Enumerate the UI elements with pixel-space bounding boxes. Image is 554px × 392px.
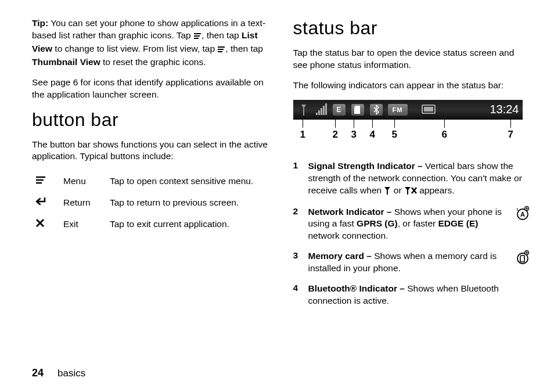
list-item: 3 Memory card – Shows when a memory card…	[293, 250, 531, 275]
fm-icon: FM	[387, 102, 408, 117]
svg-text:A: A	[520, 211, 525, 218]
list-item: 1 Signal Strength Indicator – Vertical b…	[293, 160, 531, 198]
page-footer: 24basics	[32, 367, 85, 379]
edge-icon: E	[332, 102, 347, 117]
page-number: 24	[32, 367, 44, 379]
signal-icon	[297, 102, 312, 117]
tip-paragraph: Tip: You can set your phone to show appl…	[32, 17, 270, 69]
table-row: Exit Tap to exit current application.	[35, 214, 261, 236]
status-bar-heading: status bar	[293, 17, 531, 39]
button-name: Menu	[63, 171, 110, 192]
tip-label: Tip:	[32, 18, 48, 28]
thumbnail-view-label: Thumbnail View	[32, 57, 100, 67]
right-column: status bar Tap the status bar to open th…	[293, 17, 531, 315]
menu-icon	[35, 176, 46, 186]
no-signal-x-icon	[404, 186, 417, 198]
close-icon	[35, 220, 45, 229]
button-desc: Tap to open context sensitive menu.	[110, 171, 261, 192]
button-desc: Tap to return to previous screen.	[110, 192, 261, 214]
list-item: 2 Network Indicator – Shows when your ph…	[293, 206, 531, 243]
status-bar-intro: Tap the status bar to open the device st…	[293, 47, 531, 71]
memory-card-icon	[350, 102, 365, 117]
return-icon	[35, 197, 47, 207]
active-connection-icon: A	[515, 206, 531, 243]
table-row: Return Tap to return to previous screen.	[35, 192, 261, 214]
button-desc: Tap to exit current application.	[110, 214, 261, 236]
status-bar-mock: E FM 13:24	[293, 100, 523, 120]
no-signal-icon	[384, 186, 391, 198]
list-item: 4 Bluetooth® Indicator – Shows when Blue…	[293, 283, 531, 307]
display-icon	[420, 102, 437, 117]
table-row: Menu Tap to open context sensitive menu.	[35, 171, 261, 192]
status-bar-lead: The following indicators can appear in t…	[293, 80, 531, 92]
left-column: Tip: You can set your phone to show appl…	[32, 17, 270, 315]
status-bar-figure: E FM 13:24 1 2 3 4 5 6 7	[293, 100, 523, 150]
memory-card-add-icon	[515, 250, 531, 275]
see-page-paragraph: See page 6 for icons that identify appli…	[32, 77, 270, 101]
button-name: Return	[63, 192, 110, 214]
section-name: basics	[57, 368, 85, 379]
menu-icon	[217, 44, 225, 56]
indicator-list: 1 Signal Strength Indicator – Vertical b…	[293, 160, 531, 307]
button-bar-heading: button bar	[32, 109, 270, 131]
button-bar-intro: The button bar shows functions you can s…	[32, 139, 270, 163]
button-name: Exit	[63, 214, 110, 236]
status-bar-callouts: 1 2 3 4 5 6 7	[293, 120, 523, 150]
bluetooth-icon	[369, 102, 384, 117]
menu-icon	[193, 31, 202, 43]
signal-bars-icon	[315, 102, 328, 117]
status-bar-time: 13:24	[490, 103, 519, 116]
button-bar-table: Menu Tap to open context sensitive menu.…	[35, 171, 261, 236]
svg-rect-13	[424, 107, 433, 112]
